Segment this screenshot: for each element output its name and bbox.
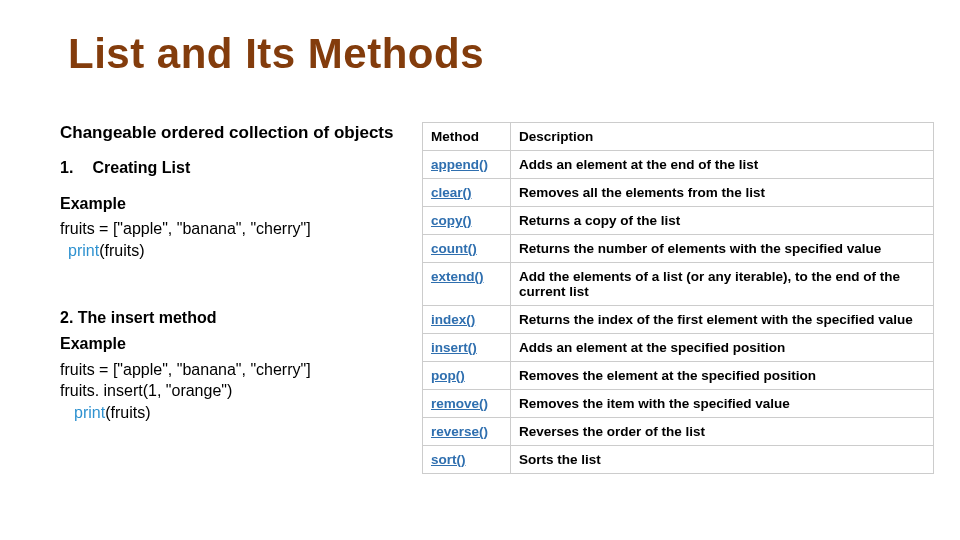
section-2-heading: 2. The insert method <box>60 307 410 329</box>
table-header-row: Method Description <box>423 123 934 151</box>
method-link[interactable]: copy() <box>431 213 472 228</box>
code-line: fruits. insert(1, "orange") <box>60 380 410 402</box>
code-line: fruits = ["apple", "banana", "cherry"] <box>60 359 410 381</box>
method-cell: clear() <box>423 179 511 207</box>
method-link[interactable]: insert() <box>431 340 477 355</box>
table-row: clear()Removes all the elements from the… <box>423 179 934 207</box>
code-block-2: fruits = ["apple", "banana", "cherry"] f… <box>60 359 410 424</box>
table-row: index()Returns the index of the first el… <box>423 306 934 334</box>
print-args: (fruits) <box>105 404 150 421</box>
method-cell: insert() <box>423 334 511 362</box>
description-cell: Reverses the order of the list <box>511 418 934 446</box>
method-link[interactable]: clear() <box>431 185 472 200</box>
method-link[interactable]: extend() <box>431 269 484 284</box>
table-row: extend()Add the elements of a list (or a… <box>423 263 934 306</box>
description-cell: Returns the number of elements with the … <box>511 235 934 263</box>
method-link[interactable]: append() <box>431 157 488 172</box>
method-cell: remove() <box>423 390 511 418</box>
method-cell: append() <box>423 151 511 179</box>
description-cell: Returns the index of the first element w… <box>511 306 934 334</box>
method-link[interactable]: sort() <box>431 452 466 467</box>
table-row: pop()Removes the element at the specifie… <box>423 362 934 390</box>
slide: List and Its Methods Changeable ordered … <box>0 0 960 540</box>
description-cell: Removes the item with the specified valu… <box>511 390 934 418</box>
method-cell: sort() <box>423 446 511 474</box>
table-row: copy()Returns a copy of the list <box>423 207 934 235</box>
code-line: print(fruits) <box>60 240 410 262</box>
method-cell: reverse() <box>423 418 511 446</box>
method-link[interactable]: count() <box>431 241 477 256</box>
table-row: count()Returns the number of elements wi… <box>423 235 934 263</box>
method-link[interactable]: remove() <box>431 396 488 411</box>
method-cell: copy() <box>423 207 511 235</box>
method-link[interactable]: index() <box>431 312 475 327</box>
col-header-method: Method <box>423 123 511 151</box>
section-1-number: 1. <box>60 157 88 179</box>
method-cell: index() <box>423 306 511 334</box>
table-row: reverse()Reverses the order of the list <box>423 418 934 446</box>
method-link[interactable]: pop() <box>431 368 465 383</box>
print-keyword: print <box>68 242 99 259</box>
example-label-1: Example <box>60 193 410 215</box>
table-row: insert()Adds an element at the specified… <box>423 334 934 362</box>
methods-table: Method Description append()Adds an eleme… <box>422 122 934 474</box>
description-cell: Sorts the list <box>511 446 934 474</box>
col-header-description: Description <box>511 123 934 151</box>
description-cell: Removes all the elements from the list <box>511 179 934 207</box>
table-row: remove()Removes the item with the specif… <box>423 390 934 418</box>
section-1-title: Creating List <box>92 159 190 176</box>
print-keyword: print <box>74 404 105 421</box>
description-cell: Adds an element at the end of the list <box>511 151 934 179</box>
description-cell: Removes the element at the specified pos… <box>511 362 934 390</box>
method-cell: pop() <box>423 362 511 390</box>
section-1-heading: 1. Creating List <box>60 157 410 179</box>
left-column: Changeable ordered collection of objects… <box>60 122 410 469</box>
method-cell: extend() <box>423 263 511 306</box>
description-cell: Returns a copy of the list <box>511 207 934 235</box>
example-label-2: Example <box>60 333 410 355</box>
table-row: append()Adds an element at the end of th… <box>423 151 934 179</box>
code-block-1: fruits = ["apple", "banana", "cherry"] p… <box>60 218 410 261</box>
description-cell: Adds an element at the specified positio… <box>511 334 934 362</box>
print-args: (fruits) <box>99 242 144 259</box>
table-row: sort()Sorts the list <box>423 446 934 474</box>
code-line: fruits = ["apple", "banana", "cherry"] <box>60 218 410 240</box>
description-cell: Add the elements of a list (or any itera… <box>511 263 934 306</box>
method-cell: count() <box>423 235 511 263</box>
subtitle: Changeable ordered collection of objects <box>60 122 410 145</box>
method-link[interactable]: reverse() <box>431 424 488 439</box>
page-title: List and Its Methods <box>68 30 484 78</box>
code-line: print(fruits) <box>60 402 410 424</box>
